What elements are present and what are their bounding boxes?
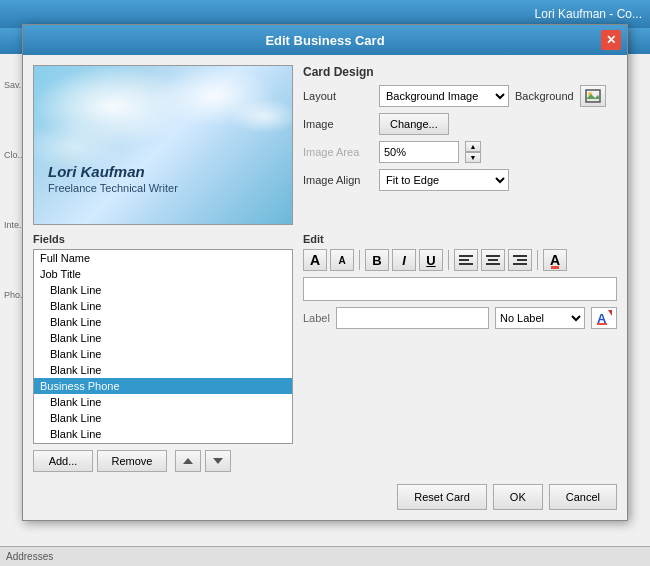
align-right-icon <box>513 255 527 265</box>
ok-button[interactable]: OK <box>493 484 543 510</box>
edit-text-input[interactable] <box>303 277 617 301</box>
svg-marker-2 <box>586 94 600 99</box>
edit-label: Edit <box>303 233 617 245</box>
fields-panel: Fields Full Name Job Title Blank Line Bl… <box>33 233 293 472</box>
image-label: Image <box>303 118 373 130</box>
font-color-a-icon: A <box>550 253 560 267</box>
field-blank-4[interactable]: Blank Line <box>34 330 292 346</box>
image-area-label: Image Area <box>303 146 373 158</box>
reset-card-button[interactable]: Reset Card <box>397 484 487 510</box>
image-area-input[interactable] <box>379 141 459 163</box>
dialog-title: Edit Business Card <box>33 33 617 48</box>
move-up-icon <box>183 458 193 464</box>
image-align-select[interactable]: Fit to Edge Fit Stretch Center <box>379 169 509 191</box>
svg-marker-5 <box>608 310 612 316</box>
image-area-spinner: ▲ ▼ <box>465 141 481 163</box>
field-full-name[interactable]: Full Name <box>34 250 292 266</box>
card-preview: Lori Kaufman Freelance Technical Writer <box>33 65 293 225</box>
image-area-row: Image Area ▲ ▼ <box>303 141 617 163</box>
field-job-title[interactable]: Job Title <box>34 266 292 282</box>
image-align-label: Image Align <box>303 174 373 186</box>
card-design-label: Card Design <box>303 65 617 79</box>
background-image-icon <box>585 89 601 103</box>
move-down-icon <box>213 458 223 464</box>
card-name: Lori Kaufman <box>48 163 178 180</box>
app-statusbar: Addresses <box>0 546 650 566</box>
add-field-button[interactable]: Add... <box>33 450 93 472</box>
edit-business-card-dialog: Edit Business Card ✕ Lori Kaufman Freela… <box>22 24 628 521</box>
edit-panel: Edit A A B I U <box>303 233 617 472</box>
field-blank-5[interactable]: Blank Line <box>34 346 292 362</box>
field-blank-6[interactable]: Blank Line <box>34 362 292 378</box>
align-right-button[interactable] <box>508 249 532 271</box>
align-center-icon <box>486 255 500 265</box>
label-prefix-text: Label <box>303 312 330 324</box>
bottom-buttons: Reset Card OK Cancel <box>33 480 617 510</box>
dialog-close-button[interactable]: ✕ <box>601 30 621 50</box>
label-color-button[interactable]: A <box>591 307 617 329</box>
layout-row: Layout Background Image Text Only Image … <box>303 85 617 107</box>
dialog-titlebar: Edit Business Card ✕ <box>23 25 627 55</box>
underline-button[interactable]: U <box>419 249 443 271</box>
image-area-decrement[interactable]: ▼ <box>465 152 481 163</box>
toolbar-separator-2 <box>448 250 449 270</box>
align-center-button[interactable] <box>481 249 505 271</box>
card-preview-text: Lori Kaufman Freelance Technical Writer <box>48 163 178 194</box>
label-text-input[interactable] <box>336 307 489 329</box>
italic-button[interactable]: I <box>392 249 416 271</box>
image-align-row: Image Align Fit to Edge Fit Stretch Cent… <box>303 169 617 191</box>
field-business-phone[interactable]: Business Phone <box>34 378 292 394</box>
fields-list[interactable]: Full Name Job Title Blank Line Blank Lin… <box>33 249 293 444</box>
move-up-button[interactable] <box>175 450 201 472</box>
background-text-label: Background <box>515 90 574 102</box>
edit-toolbar: A A B I U <box>303 249 617 271</box>
image-row: Image Change... <box>303 113 617 135</box>
app-title: Lori Kaufman - Co... <box>535 7 642 21</box>
layout-select[interactable]: Background Image Text Only Image Left Im… <box>379 85 509 107</box>
layout-label: Layout <box>303 90 373 102</box>
svg-rect-4 <box>597 323 607 325</box>
move-down-button[interactable] <box>205 450 231 472</box>
fields-buttons: Add... Remove <box>33 450 293 472</box>
cancel-button[interactable]: Cancel <box>549 484 617 510</box>
field-blank-7[interactable]: Blank Line <box>34 394 292 410</box>
background-image-button[interactable] <box>580 85 606 107</box>
dialog-body: Lori Kaufman Freelance Technical Writer … <box>23 55 627 520</box>
field-blank-2[interactable]: Blank Line <box>34 298 292 314</box>
font-larger-button[interactable]: A <box>303 249 327 271</box>
change-image-button[interactable]: Change... <box>379 113 449 135</box>
remove-field-button[interactable]: Remove <box>97 450 167 472</box>
label-row: Label No Label Label Left Label Right La… <box>303 307 617 329</box>
label-color-icon: A <box>596 310 612 326</box>
label-type-select[interactable]: No Label Label Left Label Right Label To… <box>495 307 585 329</box>
field-blank-9[interactable]: Blank Line <box>34 426 292 442</box>
middle-section: Fields Full Name Job Title Blank Line Bl… <box>33 233 617 472</box>
bold-button[interactable]: B <box>365 249 389 271</box>
fields-label: Fields <box>33 233 293 245</box>
card-design-panel: Card Design Layout Background Image Text… <box>303 65 617 225</box>
font-smaller-button[interactable]: A <box>330 249 354 271</box>
field-blank-8[interactable]: Blank Line <box>34 410 292 426</box>
app-bottom-label: Addresses <box>6 551 53 562</box>
card-job-title: Freelance Technical Writer <box>48 182 178 194</box>
top-section: Lori Kaufman Freelance Technical Writer … <box>33 65 617 225</box>
image-area-increment[interactable]: ▲ <box>465 141 481 152</box>
field-blank-1[interactable]: Blank Line <box>34 282 292 298</box>
toolbar-separator-3 <box>537 250 538 270</box>
font-color-button[interactable]: A <box>543 249 567 271</box>
field-blank-3[interactable]: Blank Line <box>34 314 292 330</box>
align-left-button[interactable] <box>454 249 478 271</box>
toolbar-separator-1 <box>359 250 360 270</box>
cloud-background <box>34 66 292 224</box>
align-left-icon <box>459 255 473 265</box>
field-blank-10[interactable]: Blank Line <box>34 442 292 444</box>
